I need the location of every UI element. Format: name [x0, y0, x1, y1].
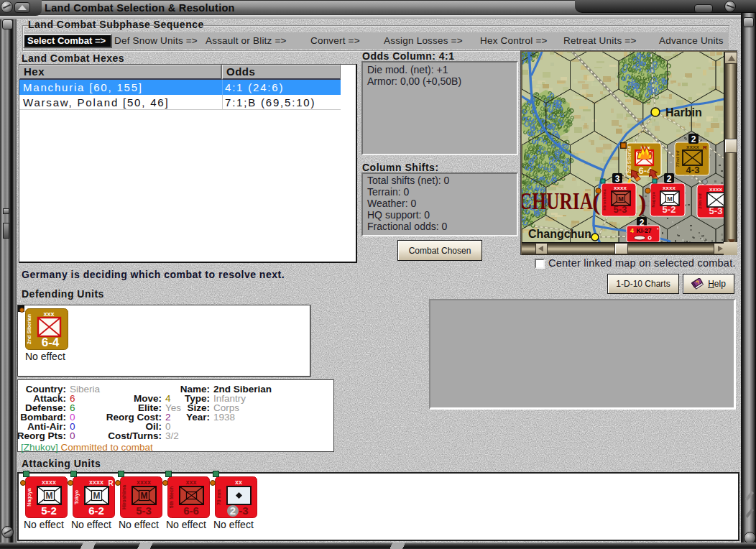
svg-text:3: 3: [615, 174, 620, 184]
svg-text:5-3: 5-3: [614, 204, 627, 215]
svg-text:Tokyo: Tokyo: [74, 490, 80, 504]
svg-text:-3: -3: [239, 504, 248, 517]
svg-text:R: R: [703, 144, 707, 151]
svg-text:5-2: 5-2: [41, 504, 57, 517]
svg-text:5th Mech: 5th Mech: [169, 486, 174, 508]
svg-text:Changchun: Changchun: [528, 228, 591, 240]
svg-text:5-3: 5-3: [136, 504, 152, 517]
svg-text:5-2: 5-2: [663, 204, 676, 215]
svg-text:Hiroshima: Hiroshima: [602, 189, 607, 211]
svg-text:Ki-27: Ki-27: [637, 227, 652, 234]
svg-text:2: 2: [230, 504, 236, 517]
svg-text:xxxx: xxxx: [137, 479, 151, 486]
svg-text:xxx: xxx: [43, 310, 54, 318]
svg-text:M: M: [46, 491, 53, 501]
svg-text:M: M: [618, 195, 624, 203]
svg-text:2: 2: [691, 134, 696, 144]
svg-text:70 mm: 70 mm: [216, 489, 221, 505]
svg-text:4: 4: [630, 227, 634, 234]
svg-text:xx: xx: [235, 479, 242, 486]
svg-text:): ): [638, 190, 646, 217]
svg-text:Nagoya: Nagoya: [651, 192, 655, 208]
svg-text:2nd Siberian: 2nd Siberian: [27, 314, 32, 344]
svg-text:xxxx: xxxx: [686, 144, 699, 150]
svg-text:xxxx: xxxx: [663, 185, 676, 191]
svg-text:5-3: 5-3: [709, 206, 723, 216]
svg-text:xxxx: xxxx: [709, 186, 722, 193]
svg-text:2nd Siberian: 2nd Siberian: [627, 145, 632, 173]
svg-text:M: M: [93, 491, 101, 501]
svg-text:CHURIA: CHURIA: [522, 188, 593, 214]
svg-text:4-3: 4-3: [686, 165, 700, 175]
svg-text:6-4: 6-4: [42, 336, 60, 349]
svg-text:*: *: [657, 227, 659, 232]
svg-text:2: 2: [667, 174, 672, 184]
svg-text:xxxx: xxxx: [89, 479, 103, 486]
svg-text:xxxx: xxxx: [614, 185, 627, 191]
svg-text:M: M: [141, 491, 148, 501]
svg-text:xxxx: xxxx: [42, 479, 56, 486]
svg-text:6-2: 6-2: [88, 504, 104, 517]
svg-text:77nd Inf: 77nd Inf: [676, 150, 680, 167]
svg-text:20th Inf: 20th Inf: [698, 193, 702, 208]
svg-text:Nagoya: Nagoya: [27, 488, 32, 506]
svg-text:Harbin: Harbin: [665, 106, 702, 119]
svg-text:xxx: xxx: [185, 479, 196, 486]
svg-text:6-6: 6-6: [183, 504, 199, 517]
svg-text:Hiroshima: Hiroshima: [121, 485, 126, 509]
svg-text:M: M: [667, 195, 673, 203]
